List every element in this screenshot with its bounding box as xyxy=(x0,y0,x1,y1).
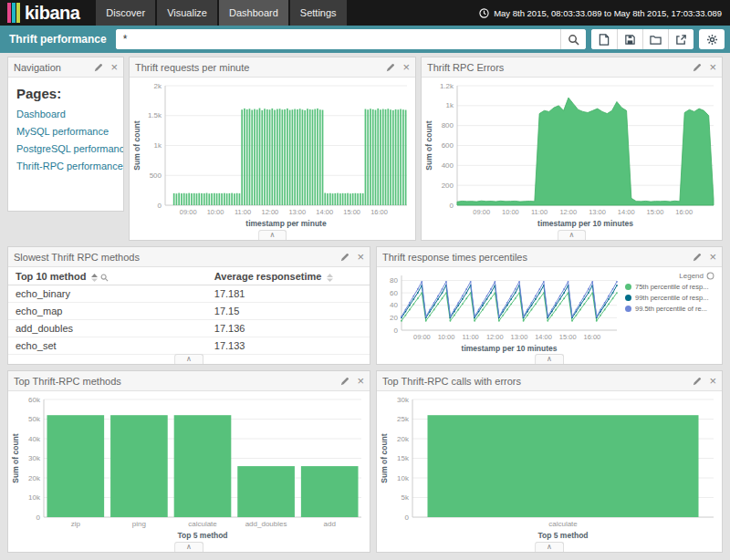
tab-dashboard[interactable]: Dashboard xyxy=(219,0,288,26)
save-dashboard-button[interactable] xyxy=(617,29,642,49)
collapse-chevron-icon[interactable]: ∧ xyxy=(258,230,287,240)
legend-item-99th[interactable]: 99th percentile of resp... xyxy=(625,294,714,302)
legend-item-75th[interactable]: 75th percentile of resp... xyxy=(625,283,714,291)
options-gear-icon xyxy=(706,34,718,46)
column-header-method[interactable]: Top 10 method xyxy=(8,268,207,285)
save-icon xyxy=(624,34,636,46)
edit-pencil-icon[interactable] xyxy=(693,377,702,386)
table-row: add_doubles17.136 xyxy=(8,320,370,337)
panel-thrift-requests: Thrift requests per minute × 05001k1.5k2… xyxy=(129,57,416,241)
nav-link-postgresql[interactable]: PostgreSQL performance xyxy=(16,143,115,154)
svg-text:calculate: calculate xyxy=(548,520,578,528)
collapse-chevron-icon[interactable]: ∧ xyxy=(174,354,203,364)
collapse-chevron-icon[interactable]: ∧ xyxy=(558,230,587,240)
edit-pencil-icon[interactable] xyxy=(693,63,702,72)
svg-text:Sum of count: Sum of count xyxy=(132,120,141,170)
legend-toggle[interactable]: Legend xyxy=(625,272,714,280)
svg-text:Sum of count: Sum of count xyxy=(380,433,389,482)
panel-navigation-header: Navigation × xyxy=(8,57,123,78)
svg-text:timestamp per 10 minutes: timestamp per 10 minutes xyxy=(537,219,633,228)
search-icon xyxy=(568,34,579,46)
edit-pencil-icon[interactable] xyxy=(386,63,395,72)
tab-settings[interactable]: Settings xyxy=(290,0,347,26)
tab-visualize[interactable]: Visualize xyxy=(157,0,217,26)
collapse-chevron-icon[interactable]: ∧ xyxy=(535,542,564,552)
slowest-methods-table: Top 10 method Average responsetime xyxy=(8,268,370,355)
kibana-logo[interactable]: kibana xyxy=(0,0,87,26)
close-icon[interactable]: × xyxy=(357,375,364,387)
svg-text:timestamp per minute: timestamp per minute xyxy=(245,219,327,228)
panel-slowest-methods-header: Slowest Thrift RPC methods × xyxy=(8,247,370,267)
close-icon[interactable]: × xyxy=(709,61,716,73)
time-range-label: May 8th 2015, 08:03:33.089 to May 8th 20… xyxy=(494,8,722,18)
table-row: echo_binary17.181 xyxy=(8,285,370,303)
svg-text:800: 800 xyxy=(442,121,454,130)
nav-link-mysql[interactable]: MySQL performance xyxy=(16,126,115,137)
cell-method: add_doubles xyxy=(8,320,207,337)
close-icon[interactable]: × xyxy=(709,375,716,387)
share-dashboard-button[interactable] xyxy=(668,29,694,49)
panel-thrift-rpc-errors: Thrift RPC Errors × 02004006008001k1.2k0… xyxy=(421,57,723,241)
dashboard-action-buttons xyxy=(591,29,694,49)
time-range-picker[interactable]: May 8th 2015, 08:03:33.089 to May 8th 20… xyxy=(479,0,730,26)
svg-text:09:00: 09:00 xyxy=(413,333,431,341)
svg-text:0: 0 xyxy=(158,202,162,210)
svg-text:13:00: 13:00 xyxy=(589,208,606,216)
panel-title: Thrift response times percentiles xyxy=(382,252,693,263)
svg-text:20k: 20k xyxy=(397,435,410,443)
edit-pencil-icon[interactable] xyxy=(693,253,702,262)
svg-text:10:00: 10:00 xyxy=(502,208,519,216)
svg-text:12:00: 12:00 xyxy=(486,333,504,341)
new-dashboard-button[interactable] xyxy=(591,29,617,49)
chart-thrift-requests-per-minute: 05001k1.5k2k09:0010:0011:0012:0013:0014:… xyxy=(131,80,413,230)
nav-link-dashboard[interactable]: Dashboard xyxy=(16,109,115,119)
svg-text:11:00: 11:00 xyxy=(235,208,251,216)
sort-carets-icon xyxy=(91,274,98,282)
column-header-responsetime[interactable]: Average responsetime xyxy=(207,268,370,285)
panel-top-error-calls: Top Thrift-RPC calls with errors × 05k10… xyxy=(376,370,723,553)
filter-magnifier-icon[interactable] xyxy=(100,274,109,282)
close-icon[interactable]: × xyxy=(110,61,118,73)
legend-item-99-5th[interactable]: 99.5th percentile of re... xyxy=(625,305,714,313)
svg-text:30k: 30k xyxy=(28,454,41,462)
nav-link-thrift-rpc[interactable]: Thrift-RPC performance xyxy=(16,161,115,171)
svg-text:Top 5 method: Top 5 method xyxy=(537,531,588,540)
svg-text:Top 5 method: Top 5 method xyxy=(177,531,227,540)
new-dashboard-icon xyxy=(599,34,610,46)
cell-responsetime: 17.133 xyxy=(207,337,370,355)
query-input-group xyxy=(116,29,586,49)
svg-text:40k: 40k xyxy=(28,435,41,443)
svg-text:1k: 1k xyxy=(154,141,162,150)
chart-top-thrift-rpc-methods: 010k20k30k40k50k60kzippingcalculateadd_d… xyxy=(10,394,368,542)
legend-swatch xyxy=(625,306,631,312)
load-dashboard-button[interactable] xyxy=(642,29,668,49)
panel-title: Slowest Thrift RPC methods xyxy=(14,252,340,263)
chart-legend: Legend 75th percentile of resp... 99th p… xyxy=(623,270,720,355)
edit-pencil-icon[interactable] xyxy=(94,63,103,72)
close-icon[interactable]: × xyxy=(402,61,410,73)
svg-text:13:00: 13:00 xyxy=(511,333,528,341)
svg-text:10:00: 10:00 xyxy=(207,208,224,216)
close-icon[interactable]: × xyxy=(709,251,716,263)
edit-pencil-icon[interactable] xyxy=(340,253,349,262)
dashboard-title: Thrift performance xyxy=(0,33,116,46)
panel-thrift-requests-header: Thrift requests per minute × xyxy=(130,57,415,78)
collapse-chevron-icon[interactable]: ∧ xyxy=(174,542,203,552)
panel-top-error-calls-header: Top Thrift-RPC calls with errors × xyxy=(377,371,722,391)
tab-discover[interactable]: Discover xyxy=(96,0,155,26)
search-button[interactable] xyxy=(560,29,586,49)
close-icon[interactable]: × xyxy=(357,251,364,263)
svg-text:09:00: 09:00 xyxy=(473,208,490,216)
panel-title: Navigation xyxy=(14,62,94,73)
column-header-label: Average responsetime xyxy=(214,271,322,282)
options-button[interactable] xyxy=(699,29,725,49)
svg-text:ping: ping xyxy=(132,520,146,528)
svg-text:09:00: 09:00 xyxy=(180,208,197,216)
svg-text:0: 0 xyxy=(405,513,410,522)
legend-title: Legend xyxy=(679,272,704,280)
search-input[interactable] xyxy=(116,29,560,49)
collapse-chevron-icon[interactable]: ∧ xyxy=(535,354,564,364)
cell-method: echo_set xyxy=(8,337,207,355)
edit-pencil-icon[interactable] xyxy=(340,377,349,386)
kibana-logo-icon xyxy=(7,3,20,23)
